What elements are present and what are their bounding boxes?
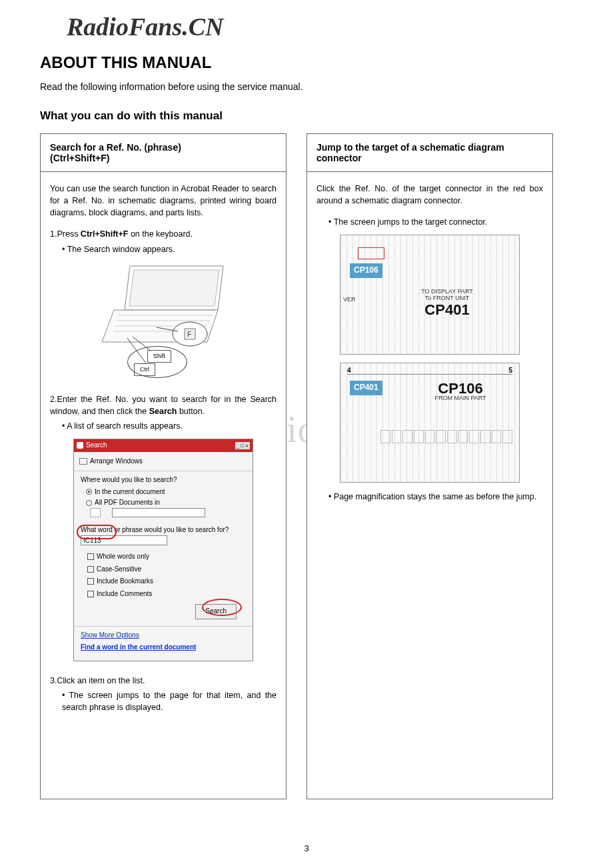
check-case-sensitive[interactable]: Case-Sensitive: [81, 563, 246, 576]
search-icon: [77, 442, 83, 449]
left-head-line2: (Ctrl+Shift+F): [50, 153, 277, 163]
right-panel: Jump to the target of a schematic diagra…: [306, 133, 553, 799]
connector-tag-cp401[interactable]: CP401: [350, 381, 382, 395]
find-word-link[interactable]: Find a word in the current document: [81, 643, 246, 653]
step-1-post: on the keyboard.: [128, 229, 193, 239]
section-subtitle: What you can do with this manual: [40, 109, 573, 123]
step-2-b: button.: [177, 407, 205, 416]
highlight-circle-button: [202, 599, 242, 616]
radio-current-doc-label: In the current document: [95, 487, 165, 497]
check-whole-words-label: Whole words only: [97, 552, 149, 562]
right-head-line1: Jump to the target of a schematic diagra…: [316, 142, 543, 153]
left-head-line1: Search for a Ref. No. (phrase): [50, 142, 277, 153]
columns: Search for a Ref. No. (phrase) (Ctrl+Shi…: [40, 133, 573, 799]
check-whole-words[interactable]: Whole words only: [81, 551, 246, 563]
svg-marker-1: [129, 270, 219, 306]
right-bullet-1: The screen jumps to the target connector…: [328, 216, 543, 228]
step-1-bullet: The Search window appears.: [62, 243, 277, 255]
right-head-line2: connector: [316, 153, 543, 163]
step-3-bullet: The screen jumps to the page for that it…: [62, 689, 277, 713]
key-shift-icon: Shift: [147, 350, 171, 363]
right-panel-body: Click the Ref. No. of the target connect…: [307, 172, 552, 799]
redbox-cp106: [358, 247, 384, 259]
connector-tag-cp106[interactable]: CP106: [350, 263, 382, 277]
laptop-illustration: F Shift Ctrl: [90, 262, 237, 379]
checkbox-icon: [87, 591, 94, 597]
search-scope-question: Where would you like to search?: [81, 475, 246, 485]
window-controls-icon[interactable]: _ □ ×: [235, 442, 250, 450]
connector-pins-icon: [380, 430, 512, 443]
schematic-preview-2: 4 5 CP401 CP106 FROM MAIN PART: [340, 363, 520, 483]
svg-text:F: F: [187, 331, 191, 338]
search-dialog-title: Search: [86, 441, 107, 451]
key-ctrl-icon: Ctrl: [134, 363, 155, 376]
folder-dropdown[interactable]: [112, 508, 205, 517]
step-2-bold: Search: [149, 407, 177, 416]
step-3: 3.Click an item on the list.: [50, 675, 277, 687]
page-title: ABOUT THIS MANUAL: [40, 53, 573, 72]
check-case-label: Case-Sensitive: [97, 565, 141, 575]
arrange-windows-icon: [79, 458, 87, 465]
search-dialog-footer: Show More Options Find a word in the cur…: [74, 626, 253, 661]
step-1: 1.Press Ctrl+Shift+F on the keyboard.: [50, 228, 277, 240]
step-1-keys: Ctrl+Shift+F: [81, 229, 129, 239]
right-bullet-2: Page magnification stays the same as bef…: [328, 491, 543, 503]
schematic-preview-1: CP106 VER TO DISPLAY PART To FRONT UNIT …: [340, 235, 520, 355]
left-panel-heading: Search for a Ref. No. (phrase) (Ctrl+Shi…: [41, 134, 286, 172]
schematic-big-cp401: CP401: [407, 299, 487, 321]
radio-current-doc[interactable]: In the current document: [86, 487, 246, 497]
checkbox-icon: [87, 578, 94, 585]
radio-all-pdf[interactable]: All PDF Documents in: [86, 498, 246, 508]
check-comments-label: Include Comments: [97, 589, 152, 599]
search-dialog: Search _ □ × Arrange Windows Where would…: [73, 439, 253, 661]
arrange-windows-row[interactable]: Arrange Windows: [74, 455, 253, 469]
left-panel-body: You can use the search function in Acrob…: [41, 172, 286, 799]
folder-icon: [90, 508, 101, 517]
page-number: 3: [304, 843, 308, 853]
schematic-ver-label: VER: [343, 295, 356, 304]
right-para-1: Click the Ref. No. of the target connect…: [316, 183, 543, 207]
checkbox-icon: [87, 553, 94, 560]
right-panel-heading: Jump to the target of a schematic diagra…: [307, 134, 552, 172]
schematic-sub-from: FROM MAIN PART: [414, 394, 507, 403]
step-2-bullet: A list of search results appears.: [62, 420, 277, 432]
check-bookmarks-label: Include Bookmarks: [97, 577, 153, 587]
arrange-windows-label: Arrange Windows: [90, 457, 143, 467]
search-dialog-titlebar: Search _ □ ×: [74, 439, 253, 452]
show-more-options-link[interactable]: Show More Options: [81, 631, 246, 641]
step-1-pre: 1.Press: [50, 229, 81, 239]
check-bookmarks[interactable]: Include Bookmarks: [81, 575, 246, 588]
left-para-1: You can use the search function in Acrob…: [50, 183, 277, 219]
step-2: 2.Enter the Ref. No. you want to search …: [50, 393, 277, 417]
radio-all-pdf-label: All PDF Documents in: [95, 498, 160, 508]
left-panel: Search for a Ref. No. (phrase) (Ctrl+Shi…: [40, 133, 287, 799]
watermark-top: RadioFans.CN: [67, 12, 223, 41]
intro-text: Read the following information before us…: [40, 81, 573, 92]
highlight-circle-input: [77, 525, 117, 539]
checkbox-icon: [87, 566, 94, 573]
